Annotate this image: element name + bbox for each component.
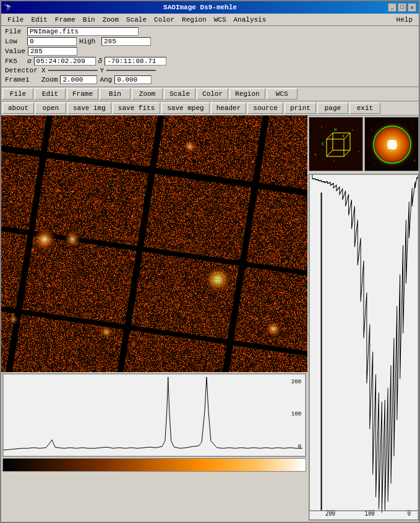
svg-point-27 bbox=[371, 129, 372, 130]
close-button[interactable]: ✕ bbox=[408, 3, 416, 12]
svg-text:0: 0 bbox=[298, 444, 301, 450]
svg-text:100: 100 bbox=[291, 411, 301, 417]
tb-file[interactable]: File bbox=[2, 88, 33, 100]
svg-text:E: E bbox=[322, 142, 324, 147]
svg-text:100: 100 bbox=[365, 509, 375, 517]
svg-point-28 bbox=[411, 124, 412, 125]
tb-bin[interactable]: Bin bbox=[100, 88, 131, 100]
menu-zoom[interactable]: Zoom bbox=[99, 15, 122, 25]
x-label: X bbox=[41, 67, 46, 74]
minimize-button[interactable]: _ bbox=[388, 3, 396, 12]
tb-open[interactable]: open bbox=[35, 103, 66, 114]
thumbnail-star[interactable] bbox=[364, 117, 419, 171]
tb-save-mpeg[interactable]: save mpeg bbox=[161, 103, 209, 114]
maximize-button[interactable]: □ bbox=[398, 3, 406, 12]
ang-value: 0.000 bbox=[114, 75, 152, 84]
menu-scale[interactable]: Scale bbox=[122, 15, 150, 25]
svg-text:200: 200 bbox=[291, 379, 301, 385]
svg-point-29 bbox=[414, 160, 416, 162]
svg-point-30 bbox=[374, 163, 375, 164]
thumbnail-3d[interactable]: N E bbox=[309, 117, 363, 171]
title-controls: _ □ ✕ bbox=[388, 3, 416, 12]
tb-save-img[interactable]: save img bbox=[67, 103, 111, 114]
tb-source[interactable]: source bbox=[247, 103, 283, 114]
title-bar: 🔭 SAOImage Ds9-mehle _ □ ✕ bbox=[1, 1, 419, 14]
svg-text:N: N bbox=[334, 127, 336, 132]
thumbnails: N E bbox=[307, 116, 419, 172]
fk5-label: FK5 bbox=[5, 57, 25, 65]
svg-point-8 bbox=[330, 148, 332, 149]
colorbar bbox=[2, 458, 306, 472]
svg-point-6 bbox=[321, 126, 322, 127]
menu-edit[interactable]: Edit bbox=[27, 15, 51, 25]
menu-file[interactable]: File bbox=[4, 15, 27, 25]
svg-text:200: 200 bbox=[325, 509, 335, 517]
menu-frame[interactable]: Frame bbox=[51, 15, 79, 25]
delta-symbol: δ bbox=[98, 57, 103, 65]
main-area: 200 100 0 bbox=[1, 116, 419, 522]
tb-about[interactable]: about bbox=[2, 103, 34, 114]
image-panel[interactable] bbox=[1, 116, 307, 372]
histogram-side-svg: 200 100 0 bbox=[309, 174, 418, 520]
svg-point-12 bbox=[333, 160, 335, 161]
high-value: 285 bbox=[101, 37, 151, 46]
toolbar-row2: about open save img save fits save mpeg … bbox=[1, 101, 419, 116]
svg-rect-31 bbox=[309, 174, 418, 520]
astro-canvas bbox=[1, 116, 307, 372]
tb-frame[interactable]: Frame bbox=[67, 88, 98, 100]
menu-wcs[interactable]: WCS bbox=[210, 15, 230, 25]
dec-value: -70:11:08.71 bbox=[105, 57, 166, 66]
tb-save-fits[interactable]: save fits bbox=[113, 103, 160, 114]
value-label: Value bbox=[5, 48, 25, 55]
tb-header[interactable]: header bbox=[211, 103, 247, 114]
file-value: PNImage.fits bbox=[27, 27, 139, 36]
file-label: File bbox=[5, 28, 25, 35]
tb-edit[interactable]: Edit bbox=[35, 88, 66, 100]
detector-label: Detector bbox=[5, 67, 39, 74]
value-value: 285 bbox=[28, 47, 77, 56]
thumb1-svg: N E bbox=[309, 117, 363, 171]
app-window: 🔭 SAOImage Ds9-mehle _ □ ✕ File Edit Fra… bbox=[0, 0, 420, 523]
alpha-symbol: α bbox=[27, 57, 32, 65]
tb-page[interactable]: page bbox=[317, 103, 348, 114]
svg-point-7 bbox=[343, 135, 345, 137]
ang-label: Ang bbox=[100, 76, 112, 83]
histogram-bottom: 200 100 0 bbox=[2, 373, 306, 457]
menu-color[interactable]: Color bbox=[150, 15, 178, 25]
y-value bbox=[106, 70, 156, 71]
histogram-side: 200 100 0 bbox=[309, 174, 419, 521]
low-label: Low bbox=[5, 38, 25, 45]
high-label: High bbox=[79, 38, 99, 45]
svg-point-24 bbox=[390, 142, 395, 147]
menu-bin[interactable]: Bin bbox=[79, 15, 99, 25]
frame-label: Frame1 bbox=[5, 76, 39, 83]
low-value: 0 bbox=[27, 37, 77, 46]
thumb2-svg bbox=[365, 117, 419, 171]
app-icon: 🔭 bbox=[4, 4, 12, 12]
zoom-label: Zoom bbox=[41, 76, 58, 83]
svg-text:0: 0 bbox=[408, 509, 411, 517]
tb-zoom[interactable]: Zoom bbox=[132, 88, 163, 100]
tb-color[interactable]: Color bbox=[197, 88, 228, 100]
menu-help[interactable]: Help bbox=[393, 15, 416, 25]
tb-exit[interactable]: exit bbox=[349, 103, 380, 114]
svg-point-9 bbox=[352, 129, 353, 130]
toolbar-row1: File Edit Frame Bin Zoom Scale Color Reg… bbox=[1, 87, 419, 101]
svg-rect-5 bbox=[309, 117, 363, 171]
title-text: SAOImage Ds9-mehle bbox=[163, 4, 237, 11]
svg-rect-0 bbox=[3, 374, 306, 456]
svg-point-11 bbox=[358, 151, 359, 152]
menu-region[interactable]: Region bbox=[178, 15, 210, 25]
ra-value: 05:24:02.209 bbox=[34, 57, 96, 66]
tb-scale[interactable]: Scale bbox=[164, 88, 195, 100]
tb-region[interactable]: Region bbox=[229, 88, 265, 100]
side-panel: N E bbox=[307, 116, 419, 522]
histogram-bottom-svg: 200 100 0 bbox=[3, 374, 306, 456]
y-label: Y bbox=[100, 67, 105, 74]
zoom-value: 2.000 bbox=[60, 75, 97, 84]
menu-analysis[interactable]: Analysis bbox=[230, 15, 270, 25]
tb-wcs[interactable]: WCS bbox=[267, 88, 298, 100]
tb-print[interactable]: print bbox=[285, 103, 316, 114]
svg-point-10 bbox=[315, 154, 317, 156]
x-value bbox=[48, 70, 98, 71]
